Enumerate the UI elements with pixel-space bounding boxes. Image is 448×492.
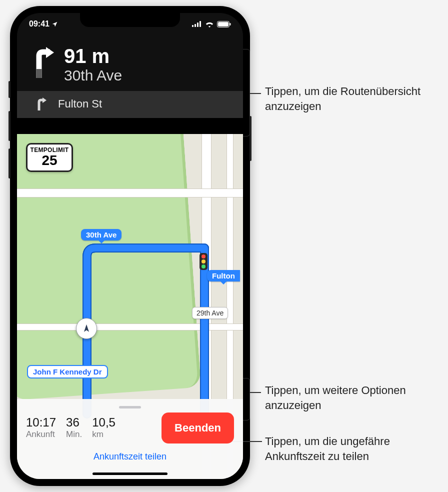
duration-stat: 36 Min. [66,416,82,440]
svg-rect-0 [192,25,194,27]
wifi-icon [205,21,214,28]
turn-right-icon [35,97,47,111]
nav-next-step[interactable]: Fulton St [17,91,243,118]
home-indicator[interactable] [92,472,168,475]
svg-rect-1 [194,24,196,27]
nav-next-street: Fulton St [58,98,102,110]
current-road-label: John F Kennedy Dr [27,365,108,378]
nav-distance: 91 m [64,46,122,66]
duration-value: 36 [66,416,82,428]
nav-street: 30th Ave [64,67,122,84]
speed-limit-value: 25 [28,154,70,168]
drag-handle[interactable] [119,406,141,408]
callout-share: Tippen, um die ungefähre Ankunftszeit zu… [265,434,440,464]
distance-label: km [92,430,116,440]
svg-rect-3 [200,21,201,27]
end-button[interactable]: Beenden [162,412,234,444]
status-time: 09:41 [29,20,50,28]
arrival-label: Ankunft [26,430,56,440]
callout-options: Tippen, um weitere Optionen anzuzeigen [265,383,430,412]
cellular-icon [192,21,202,27]
location-icon [52,21,58,28]
share-eta-link[interactable]: Ankunftszeit teilen [26,452,234,462]
arrival-value: 10:17 [26,416,56,428]
street-label: 29th Ave [192,307,228,319]
volume-up-button [8,111,10,141]
callout-overview: Tippen, um die Routenübersicht anzuzeige… [265,84,425,114]
speed-limit-sign: TEMPOLIMIT 25 [26,143,73,172]
svg-rect-6 [230,23,231,26]
route-street-label: Fulton [207,270,240,282]
svg-rect-2 [197,22,198,27]
user-location-icon [76,318,97,339]
turn-right-icon [31,46,55,79]
battery-icon [217,21,231,28]
arrival-stat: 10:17 Ankunft [26,416,56,440]
duration-label: Min. [66,430,82,440]
svg-rect-5 [218,22,228,26]
phone-frame: 09:41 [10,6,250,486]
distance-value: 10,5 [92,416,116,428]
volume-down-button [8,148,10,178]
distance-stat: 10,5 km [92,416,116,440]
traffic-light-icon [200,253,208,270]
route-street-label: 30th Ave [81,229,122,240]
route-info-card[interactable]: 10:17 Ankunft 36 Min. 10,5 km Beenden An… [17,399,243,479]
mute-switch [8,81,10,98]
notch [80,13,180,27]
screen: 09:41 [17,13,243,479]
